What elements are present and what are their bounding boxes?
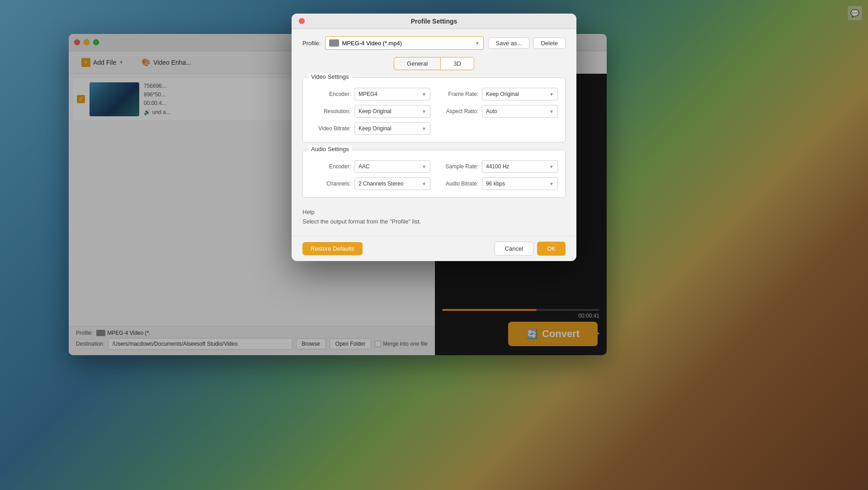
audio-encoder-label: Encoder: (310, 163, 351, 170)
audio-bitrate-row: Audio Bitrate: 96 kbps ▼ (438, 177, 558, 190)
sample-rate-dropdown-arrow: ▼ (549, 164, 554, 169)
audio-encoder-select[interactable]: AAC ▼ (354, 160, 430, 173)
audio-encoder-dropdown-arrow: ▼ (422, 164, 426, 169)
profile-settings-dialog: Profile Settings Profile: MPEG-4 Video (… (292, 14, 576, 261)
aspect-ratio-dropdown-arrow: ▼ (549, 109, 554, 114)
delete-button[interactable]: Delete (533, 38, 566, 49)
dialog-action-buttons: Save as... Delete (488, 38, 566, 49)
ok-button[interactable]: OK (537, 242, 566, 256)
aspect-ratio-select[interactable]: Auto ▼ (482, 105, 558, 118)
encoder-label: Encoder: (310, 91, 351, 97)
help-text: Select the output format from the "Profi… (302, 218, 566, 225)
audio-bitrate-label: Audio Bitrate: (438, 181, 478, 187)
help-title: Help (302, 209, 566, 215)
profile-dropdown-arrow: ▼ (475, 41, 480, 46)
frame-rate-dropdown-arrow: ▼ (549, 92, 554, 97)
resolution-row: Resolution: Keep Original ▼ (310, 105, 430, 118)
encoder-dropdown-arrow: ▼ (422, 92, 426, 97)
aspect-ratio-row: Aspect Ratio: Auto ▼ (438, 105, 558, 118)
aspect-ratio-label: Aspect Ratio: (438, 108, 478, 114)
dialog-body: Profile: MPEG-4 Video (*.mp4) ▼ Save as.… (292, 29, 576, 236)
frame-rate-label: Frame Rate: (438, 91, 478, 97)
video-bitrate-select[interactable]: Keep Original ▼ (354, 122, 430, 135)
tab-3d[interactable]: 3D (440, 57, 474, 70)
dialog-profile-select[interactable]: MPEG-4 Video (*.mp4) ▼ (325, 36, 483, 50)
video-bitrate-dropdown-arrow: ▼ (422, 126, 426, 131)
resolution-dropdown-arrow: ▼ (422, 109, 426, 114)
dialog-profile-label: Profile: (302, 40, 321, 47)
resolution-value: Keep Original (359, 108, 422, 114)
channels-dropdown-arrow: ▼ (422, 181, 426, 186)
save-as-button[interactable]: Save as... (488, 38, 530, 49)
video-settings-section: Video Settings Encoder: MPEG4 ▼ Frame Ra… (302, 77, 566, 143)
channels-value: 2 Channels Stereo (359, 181, 422, 187)
audio-encoder-row: Encoder: AAC ▼ (310, 160, 430, 173)
footer-right-buttons: Cancel OK (495, 242, 566, 256)
audio-settings-grid: Encoder: AAC ▼ Sample Rate: 44100 Hz ▼ (310, 160, 558, 190)
profile-select-text: MPEG-4 Video (*.mp4) (342, 40, 475, 47)
audio-settings-section: Audio Settings Encoder: AAC ▼ Sample Rat… (302, 150, 566, 198)
audio-bitrate-select[interactable]: 96 kbps ▼ (482, 177, 558, 190)
sample-rate-row: Sample Rate: 44100 Hz ▼ (438, 160, 558, 173)
audio-bitrate-dropdown-arrow: ▼ (549, 181, 554, 186)
channels-row: Channels: 2 Channels Stereo ▼ (310, 177, 430, 190)
profile-format-icon (329, 39, 339, 47)
dialog-profile-row: Profile: MPEG-4 Video (*.mp4) ▼ Save as.… (302, 36, 566, 50)
encoder-value: MPEG4 (359, 91, 422, 97)
resolution-select[interactable]: Keep Original ▼ (354, 105, 430, 118)
audio-bitrate-value: 96 kbps (486, 181, 549, 187)
help-section: Help Select the output format from the "… (302, 205, 566, 228)
audio-encoder-value: AAC (359, 163, 422, 170)
video-bitrate-label: Video Bitrate: (310, 125, 351, 132)
cancel-button[interactable]: Cancel (495, 242, 533, 256)
video-bitrate-row: Video Bitrate: Keep Original ▼ (310, 122, 430, 135)
sample-rate-label: Sample Rate: (438, 163, 478, 170)
resolution-label: Resolution: (310, 108, 351, 114)
restore-defaults-button[interactable]: Restore Defaults (302, 242, 363, 255)
audio-settings-title: Audio Settings (308, 146, 352, 152)
frame-rate-select[interactable]: Keep Original ▼ (482, 88, 558, 100)
frame-rate-value: Keep Original (486, 91, 549, 97)
dialog-footer: Restore Defaults Cancel OK (292, 236, 576, 261)
aspect-ratio-value: Auto (486, 108, 549, 114)
dialog-close-button[interactable] (299, 18, 305, 24)
encoder-select[interactable]: MPEG4 ▼ (354, 88, 430, 100)
channels-label: Channels: (310, 181, 351, 187)
encoder-row: Encoder: MPEG4 ▼ (310, 88, 430, 100)
tabs-row: General 3D (302, 57, 566, 70)
video-settings-grid: Encoder: MPEG4 ▼ Frame Rate: Keep Origin… (310, 88, 558, 135)
video-bitrate-value: Keep Original (359, 125, 422, 132)
frame-rate-row: Frame Rate: Keep Original ▼ (438, 88, 558, 100)
dialog-titlebar: Profile Settings (292, 14, 576, 29)
video-settings-title: Video Settings (308, 73, 352, 80)
dialog-overlay: Profile Settings Profile: MPEG-4 Video (… (0, 0, 868, 490)
sample-rate-value: 44100 Hz (486, 163, 549, 170)
tab-general[interactable]: General (394, 57, 440, 70)
channels-select[interactable]: 2 Channels Stereo ▼ (354, 177, 430, 190)
dialog-title: Profile Settings (411, 18, 458, 25)
sample-rate-select[interactable]: 44100 Hz ▼ (482, 160, 558, 173)
